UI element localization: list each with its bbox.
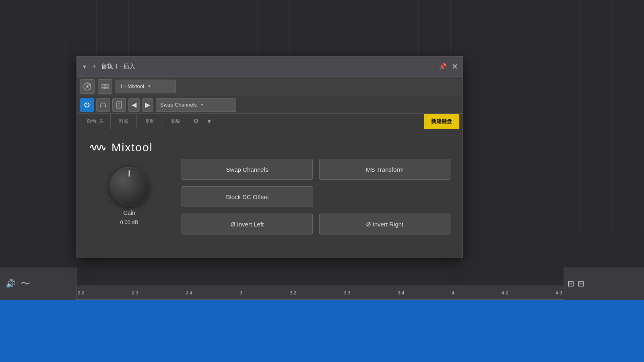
knob-section: Gain 0.00 dB (109, 166, 149, 225)
knob-indicator (129, 170, 130, 177)
ruler-mark-43: 4.3 (555, 290, 562, 296)
headphone-button[interactable] (96, 98, 110, 112)
title-bar-plus-icon[interactable]: + (92, 62, 97, 71)
paste-button[interactable]: 粘贴 (163, 114, 189, 129)
ruler-mark-32: 3.2 (290, 290, 297, 296)
ruler-marks: 2 2.2 2.3 2.4 3 3.2 3.3 3.4 4 4.2 4.3 4.… (4, 290, 640, 296)
headphone-icon (99, 101, 107, 109)
power-icon (84, 102, 90, 108)
plugin-icon-svg (83, 82, 91, 90)
plugin-selector-dropdown[interactable]: 1 - Mixtool ▼ (116, 80, 176, 93)
swap-channels-button[interactable]: Swap Channels (182, 159, 313, 180)
mixer-fader-icon[interactable]: ⊟ (568, 279, 574, 288)
gain-value: 0.00 dB (120, 219, 138, 225)
title-bar-close-button[interactable]: ✕ (452, 62, 458, 71)
title-bar-title: 音轨 1 · 插入 (101, 63, 434, 70)
ruler-mark-23: 2.3 (132, 290, 138, 296)
block-dc-offset-button[interactable]: Block DC Offset (182, 186, 313, 207)
mixer-fader2-icon[interactable]: ⊟ (578, 279, 584, 288)
toolbar-row1: 1 - Mixtool ▼ (77, 77, 462, 96)
ruler-mark-33: 3.3 (344, 290, 351, 296)
compare-button[interactable]: 对照 (110, 114, 136, 129)
ruler-mark-24: 2.4 (186, 290, 192, 296)
plugin-logo-icon (89, 139, 107, 156)
button-row-1: Swap Channels MS Transform (182, 159, 450, 180)
button-row-3: Ø Invert Left Ø Invert Right (182, 214, 450, 234)
preset-label: Swap Channels (160, 102, 197, 108)
progress-bar (0, 300, 644, 362)
gain-label: Gain (123, 210, 135, 216)
transport-area: 🔊 〜 (0, 267, 76, 300)
invert-left-button[interactable]: Ø Invert Left (182, 214, 313, 234)
settings-dropdown-button[interactable]: ▼ (203, 114, 216, 129)
document-icon (116, 101, 122, 109)
title-bar: ▼ + 音轨 1 · 插入 📌 ✕ (77, 57, 462, 77)
svg-rect-4 (102, 87, 105, 89)
ruler-mark-22: 2.2 (78, 290, 85, 296)
title-bar-arrow-icon[interactable]: ▼ (82, 64, 87, 70)
plugin-left-panel: Mixtool Gain 0.00 dB (89, 139, 169, 225)
waves-logo-svg (89, 139, 107, 156)
settings-button[interactable]: ⚙ (189, 114, 203, 129)
waveform-icon[interactable]: 〜 (21, 277, 30, 290)
routing-icon-button[interactable] (98, 79, 112, 94)
previous-preset-button[interactable]: ◀ (128, 98, 140, 112)
new-keyboard-button[interactable]: 新建键盘 (424, 114, 459, 129)
plugin-selector-label: 1 - Mixtool (120, 83, 144, 89)
copy-button[interactable]: 复制 (136, 114, 163, 129)
ruler-mark-4: 4 (452, 290, 454, 296)
routing-icon-svg (101, 82, 109, 90)
title-bar-pin-icon[interactable]: 📌 (439, 63, 447, 70)
auto-label: 自动: 关 (80, 114, 110, 129)
svg-rect-9 (105, 105, 106, 107)
invert-right-button[interactable]: Ø Invert Right (319, 214, 450, 234)
plugin-body: Mixtool Gain 0.00 dB Swap Channels MS Tr… (77, 129, 462, 258)
svg-rect-5 (105, 87, 108, 89)
ruler-mark-34: 3.4 (398, 290, 405, 296)
plugin-icon-button[interactable] (80, 79, 95, 94)
plugin-selector-caret: ▼ (147, 84, 151, 88)
plugin-header: Mixtool (89, 139, 153, 156)
plugin-name-label: Mixtool (111, 141, 153, 154)
right-controls: ⊟ ⊟ (564, 267, 644, 300)
ruler-mark-3: 3 (239, 290, 242, 296)
toolbar-row3: 自动: 关 对照 复制 粘贴 ⚙ ▼ 新建键盘 (77, 114, 462, 129)
ruler-mark-42: 4.2 (502, 290, 508, 296)
volume-icon[interactable]: 🔊 (4, 277, 17, 290)
plugin-window: ▼ + 音轨 1 · 插入 📌 ✕ 1 - Mixtool (76, 56, 463, 258)
preset-dropdown[interactable]: Swap Channels ▼ (156, 98, 236, 112)
timeline-ruler: 2 2.2 2.3 2.4 3 3.2 3.3 3.4 4 4.2 4.3 4.… (0, 286, 644, 300)
ms-transform-button[interactable]: MS Transform (319, 159, 450, 180)
svg-point-1 (86, 85, 89, 88)
preset-caret: ▼ (200, 103, 204, 107)
next-preset-button[interactable]: ▶ (142, 98, 153, 112)
power-button[interactable] (80, 98, 94, 112)
document-button[interactable] (112, 98, 126, 112)
button-row-2: Block DC Offset (182, 186, 450, 207)
svg-rect-8 (100, 105, 101, 107)
gain-knob[interactable] (109, 166, 149, 206)
svg-rect-2 (102, 84, 105, 86)
plugin-right-panel: Swap Channels MS Transform Block DC Offs… (182, 139, 450, 234)
toolbar-row2: ◀ ▶ Swap Channels ▼ (77, 96, 462, 114)
svg-rect-3 (105, 84, 108, 86)
